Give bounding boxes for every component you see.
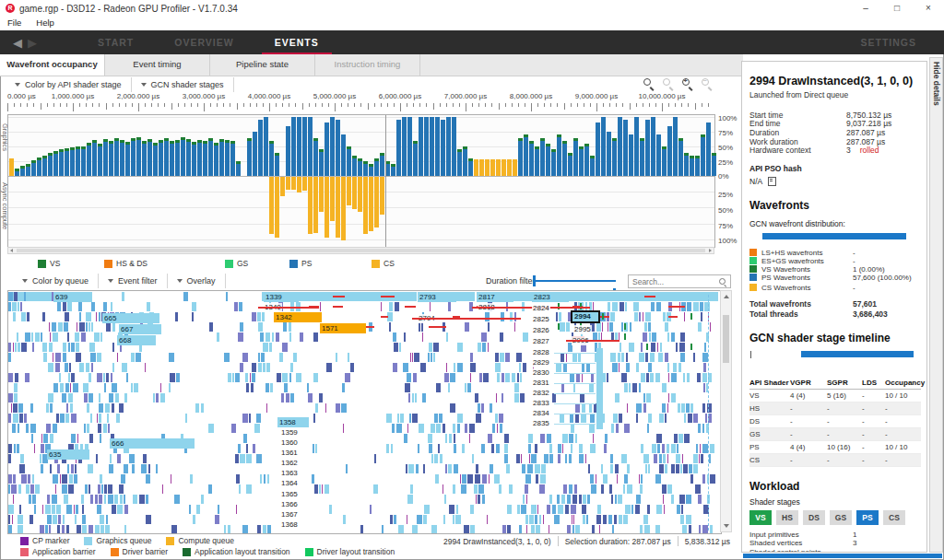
scroll-right-icon[interactable]	[709, 249, 712, 252]
event-bar[interactable]: 2793	[418, 292, 456, 302]
subtab-wavefront-occupancy[interactable]: Wavefront occupancy	[0, 54, 105, 76]
event-label[interactable]: 2835	[532, 419, 550, 428]
stage-button-vs[interactable]: VS	[749, 510, 772, 525]
legend-label: VS	[50, 259, 60, 268]
event-label[interactable]: 1365	[280, 490, 299, 499]
ruler-tick	[86, 103, 87, 107]
subtab-instruction-timing[interactable]: Instruction timing	[315, 54, 420, 76]
event-bar-compute[interactable]: 1571	[320, 323, 366, 333]
zoom-in-icon[interactable]: +	[681, 77, 693, 89]
nav-tab-overview[interactable]: OVERVIEW	[174, 37, 233, 48]
event-texture-bar	[617, 474, 618, 484]
nav-tab-start[interactable]: START	[98, 37, 134, 48]
event-bar[interactable]: 639	[53, 292, 92, 302]
subtab-event-timing[interactable]: Event timing	[105, 54, 210, 76]
event-bar[interactable]: 665	[102, 313, 159, 323]
control-overlay[interactable]: Overlay	[168, 274, 226, 288]
event-texture-bar	[324, 484, 329, 494]
window-close-button[interactable]: ×	[913, 0, 944, 17]
menu-file[interactable]: File	[0, 17, 29, 30]
event-label[interactable]: 2833	[532, 399, 550, 408]
control-color-by-api-shader-stage[interactable]: Color by API shader stage	[6, 77, 132, 92]
nav-tab-settings[interactable]: SETTINGS	[860, 37, 916, 48]
event-label[interactable]: 1361	[280, 449, 299, 458]
event-label[interactable]: 2829	[532, 358, 550, 368]
selected-event-bar[interactable]: 2994	[571, 310, 600, 323]
event-label[interactable]: 1359	[280, 428, 299, 438]
event-bar[interactable]: 2823	[532, 292, 569, 302]
back-arrow-icon[interactable]: ◀	[13, 36, 22, 50]
event-bar-compute[interactable]: 1342	[274, 312, 322, 322]
event-label[interactable]: 2824	[532, 304, 550, 313]
event-label[interactable]: 2834	[532, 409, 550, 418]
slider-handle-left[interactable]	[533, 275, 536, 286]
event-label[interactable]: 2995	[573, 325, 592, 334]
event-bar[interactable]: 1358	[277, 417, 309, 427]
event-label[interactable]: 2826	[532, 326, 550, 335]
event-texture-bar	[460, 474, 461, 484]
forward-arrow-icon[interactable]: ▶	[28, 36, 37, 50]
control-gcn-shader-stages[interactable]: GCN shader stages	[132, 77, 234, 92]
ruler-tick	[374, 103, 375, 107]
occupancy-bar-ps	[524, 137, 528, 176]
event-label[interactable]: 1360	[280, 438, 299, 448]
event-bar[interactable]: 666	[110, 438, 195, 449]
copy-icon[interactable]	[768, 177, 776, 186]
event-texture-bar	[50, 403, 53, 413]
event-timeline[interactable]: 6391339279328172823134028182824665134227…	[7, 290, 722, 534]
event-label[interactable]: 1362	[280, 459, 299, 468]
event-bar[interactable]: 635	[47, 449, 89, 460]
event-label[interactable]: 1368	[280, 520, 299, 530]
search-input[interactable]	[629, 275, 717, 286]
occupancy-horizontal-scrollbar[interactable]	[7, 247, 714, 254]
event-label[interactable]: 2832	[532, 389, 550, 398]
menu-help[interactable]: Help	[29, 17, 62, 30]
stage-button-ps[interactable]: PS	[856, 510, 879, 525]
event-bar[interactable]: 668	[117, 335, 156, 345]
window-minimize-button[interactable]: –	[850, 0, 881, 17]
zoom-to-selection-icon[interactable]	[643, 77, 655, 89]
scroll-down-icon[interactable]	[724, 524, 729, 528]
scroll-up-icon[interactable]	[724, 295, 729, 298]
event-bar[interactable]: 1339	[264, 292, 299, 302]
event-label[interactable]: 2827	[532, 337, 550, 346]
chevron-down-icon	[177, 279, 183, 283]
occupancy-bar-ps	[546, 146, 550, 176]
scroll-left-icon[interactable]	[10, 249, 13, 252]
event-texture-bar	[258, 353, 260, 362]
event-timeline-scrollbar[interactable]	[720, 290, 732, 532]
table-cell: DS	[749, 417, 790, 426]
stage-button-hs[interactable]: HS	[776, 510, 798, 525]
subtab-pipeline-state[interactable]: Pipeline state	[210, 54, 315, 76]
hide-details-strip[interactable]: Hide details	[929, 57, 943, 553]
control-event-filter[interactable]: Event filter	[99, 274, 168, 288]
scrollbar-thumb[interactable]	[723, 315, 729, 363]
event-label[interactable]: 2830	[532, 368, 550, 378]
stage-button-gs[interactable]: GS	[830, 510, 852, 525]
event-texture-bar	[560, 322, 565, 332]
event-texture-bar	[76, 353, 81, 362]
event-texture-bar	[8, 373, 13, 382]
stage-button-ds[interactable]: DS	[803, 510, 825, 525]
reset-zoom-icon[interactable]	[662, 77, 674, 89]
zoom-out-icon[interactable]: −	[701, 77, 713, 89]
event-label[interactable]: 1367	[280, 510, 299, 519]
control-color-by-queue[interactable]: Color by queue	[13, 274, 99, 288]
wavefront-row: LS+HS wavefronts-	[749, 249, 921, 257]
event-texture-bar	[703, 363, 706, 372]
scrollbar-thumb[interactable]	[17, 249, 705, 252]
window-maximize-button[interactable]: □	[881, 0, 913, 17]
event-label[interactable]: 2828	[532, 348, 550, 357]
event-label[interactable]: 1363	[280, 469, 299, 478]
stage-button-cs[interactable]: CS	[883, 510, 905, 525]
event-label[interactable]: 2825	[532, 315, 550, 324]
duration-filter-slider[interactable]	[533, 275, 616, 286]
event-label[interactable]: 1366	[280, 500, 299, 509]
event-bar[interactable]: 2817	[477, 292, 513, 302]
occupancy-chart[interactable]	[7, 114, 715, 248]
event-bar[interactable]: 667	[119, 324, 161, 334]
nav-tab-events[interactable]: EVENTS	[275, 37, 319, 48]
occupancy-bar-ps	[103, 142, 108, 176]
event-label[interactable]: 2831	[532, 379, 550, 388]
event-label[interactable]: 1364	[280, 479, 299, 488]
